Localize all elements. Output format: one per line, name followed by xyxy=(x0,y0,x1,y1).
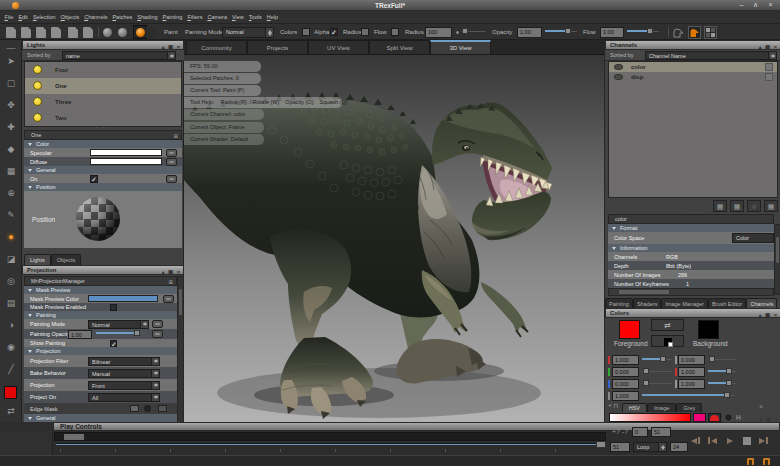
edge-mask-menu-icon[interactable] xyxy=(158,405,167,412)
visibility-eye-icon[interactable] xyxy=(614,64,623,70)
channel-detail-header[interactable]: color xyxy=(608,214,774,224)
timeline-slider-handle[interactable] xyxy=(596,441,606,448)
step-back-button[interactable] xyxy=(688,434,703,447)
save-project-icon[interactable] xyxy=(36,27,46,38)
edge-mask-circle-icon[interactable] xyxy=(144,405,151,412)
projection-manager-header[interactable]: MriProjectionManager⊞ xyxy=(24,276,177,286)
tab-objects[interactable]: Objects xyxy=(51,254,82,265)
menu-view[interactable]: View xyxy=(230,14,247,20)
on-checkbox[interactable] xyxy=(90,175,98,183)
timeline-slider[interactable] xyxy=(54,441,606,449)
hue-value-input[interactable]: 0.000 xyxy=(678,355,705,365)
light-detail-header[interactable]: One⊞ xyxy=(24,130,182,140)
blue-value-input[interactable]: 0.000 xyxy=(612,379,639,389)
tab-image[interactable]: Image xyxy=(647,403,676,412)
tab-3d-view[interactable]: 3D View xyxy=(430,40,491,54)
tab-hsv[interactable]: HSV xyxy=(622,403,647,412)
channel-detail-scrollbar-h[interactable] xyxy=(608,288,774,296)
color-group-header[interactable]: Color xyxy=(24,140,182,148)
value-slider[interactable] xyxy=(708,379,736,388)
menu-filters[interactable]: Filters xyxy=(185,14,205,20)
sync-channel-button[interactable]: ○ xyxy=(747,200,761,212)
menu-painting[interactable]: Painting xyxy=(160,14,185,20)
painting-opacity-slider[interactable] xyxy=(96,329,146,338)
slash-tool-icon[interactable]: ╱ xyxy=(0,361,22,377)
mask-preview-color-swatch[interactable] xyxy=(88,295,158,302)
tab-grey[interactable]: Grey xyxy=(676,403,702,412)
shader-sphere-shaded-icon[interactable] xyxy=(118,28,127,37)
channel-layers-icon[interactable] xyxy=(765,63,773,71)
menu-selection[interactable]: Selection xyxy=(30,14,58,20)
show-painting-checkbox[interactable] xyxy=(110,340,117,347)
close-button[interactable]: × xyxy=(766,1,775,9)
add-colorset-icon[interactable]: + ⊓ xyxy=(605,400,622,412)
play-button[interactable] xyxy=(722,434,737,447)
marquee-select-icon[interactable]: ▢ xyxy=(0,75,22,91)
flow-slider[interactable] xyxy=(627,27,659,36)
undo-icon[interactable] xyxy=(68,27,78,38)
diffuse-options-button[interactable] xyxy=(166,158,177,166)
range-end-input[interactable]: 51 xyxy=(651,427,671,437)
shader-sphere-active-box[interactable] xyxy=(133,25,147,39)
stop-button[interactable] xyxy=(739,434,754,447)
tab-brush-editor[interactable]: Brush Editor xyxy=(708,298,746,308)
saturation-slider[interactable] xyxy=(708,367,736,376)
colors-checkbox[interactable] xyxy=(302,28,310,36)
remove-key-icon[interactable]: -? xyxy=(622,428,628,435)
red-slider[interactable] xyxy=(642,355,672,364)
menu-objects[interactable]: Objects xyxy=(58,14,82,20)
menu-channels[interactable]: Channels xyxy=(82,14,110,20)
paint-tool-active-icon[interactable]: ● xyxy=(0,229,22,245)
panel-controls-icons[interactable]: ▴ ▣ × xyxy=(759,311,778,320)
tab-shaders[interactable]: Shaders xyxy=(633,298,662,308)
projection-filter-dropdown[interactable]: Bilinear xyxy=(88,357,160,366)
painting-group-header[interactable]: Painting xyxy=(24,311,177,319)
pipette-tool-icon[interactable]: ✎ xyxy=(0,207,22,223)
project-on-dropdown[interactable]: All xyxy=(88,393,160,402)
menu-help[interactable]: Help xyxy=(264,14,280,20)
fps-input[interactable]: 24 xyxy=(670,442,688,452)
alpha-slider[interactable] xyxy=(642,391,734,400)
background-swatch[interactable] xyxy=(698,320,719,339)
tab-projects[interactable]: Projects xyxy=(247,40,308,54)
painting-mode-dropdown[interactable]: Normal xyxy=(88,320,149,329)
saturation-value-input[interactable]: 1.000 xyxy=(678,367,705,377)
information-group-header[interactable]: Information xyxy=(608,244,774,252)
channel-layers-icon[interactable] xyxy=(765,73,773,81)
status-export-icon[interactable] xyxy=(763,458,770,465)
close-colorset-icon[interactable]: × xyxy=(759,403,763,410)
blur-tool-icon[interactable]: ◎ xyxy=(0,273,22,289)
reset-colors-button[interactable] xyxy=(651,335,684,347)
minimize-button[interactable]: – xyxy=(737,1,746,9)
projection-dropdown[interactable]: Front xyxy=(88,381,160,390)
tab-community[interactable]: Community xyxy=(186,40,247,54)
light-item-one[interactable]: One xyxy=(25,78,181,94)
bake-behavior-dropdown[interactable]: Manual xyxy=(88,369,160,378)
pan-tool-icon[interactable]: ✥ xyxy=(0,97,22,113)
painting-mode-button[interactable] xyxy=(152,320,163,328)
add-key-icon[interactable]: +? xyxy=(612,428,620,435)
green-value-input[interactable]: 0.000 xyxy=(612,367,639,377)
specular-options-button[interactable] xyxy=(166,149,177,157)
radius-slider[interactable] xyxy=(461,27,486,36)
position-group-header[interactable]: Position xyxy=(24,183,182,191)
on-options-button[interactable] xyxy=(166,175,177,183)
specular-color-swatch[interactable] xyxy=(90,149,162,156)
menu-tools[interactable]: Tools xyxy=(246,14,264,20)
green-slider[interactable] xyxy=(642,367,672,376)
general-group-header[interactable]: General xyxy=(24,166,182,174)
tab-uv-view[interactable]: UV View xyxy=(308,40,369,54)
foreground-swatch[interactable] xyxy=(619,320,640,339)
grid-view-icon[interactable] xyxy=(704,26,717,39)
trex-view-icon[interactable] xyxy=(672,26,685,39)
red-value-input[interactable]: 1.000 xyxy=(612,355,639,365)
tab-split-view[interactable]: Split View xyxy=(369,40,430,54)
tab-painting[interactable]: Painting xyxy=(605,298,633,308)
timeline-frame-marker[interactable] xyxy=(64,434,84,440)
go-to-start-button[interactable] xyxy=(705,434,720,447)
paint-drop-icon[interactable]: ◆ xyxy=(0,141,22,157)
position-sphere-preview[interactable] xyxy=(76,197,120,241)
radius-input[interactable]: 100 xyxy=(425,27,452,38)
foreground-color-swatch[interactable] xyxy=(4,386,17,399)
value-value-input[interactable]: 1.000 xyxy=(678,379,705,389)
